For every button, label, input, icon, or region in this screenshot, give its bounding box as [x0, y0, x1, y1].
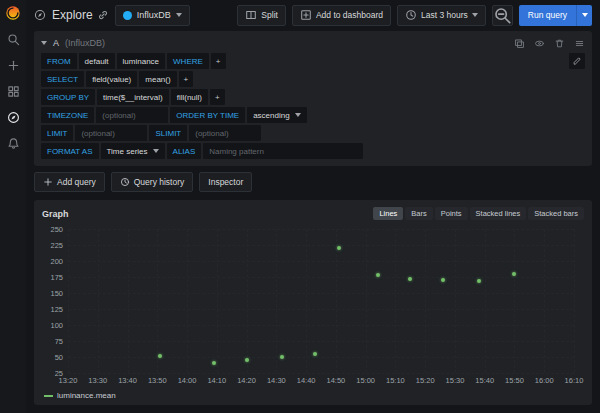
alias-input[interactable] — [203, 143, 363, 159]
data-point[interactable] — [158, 354, 162, 358]
select-add-button[interactable]: + — [179, 71, 194, 87]
inspector-button[interactable]: Inspector — [199, 172, 252, 192]
alerting-bell-icon[interactable] — [5, 135, 21, 151]
gridline-vertical — [157, 229, 158, 373]
add-query-button[interactable]: Add query — [34, 172, 105, 192]
query-ref-id[interactable]: A — [53, 38, 59, 48]
format-as-keyword[interactable]: FORMAT AS — [41, 143, 99, 159]
graph-mode-stacked-bars[interactable]: Stacked bars — [528, 207, 584, 220]
time-range-picker[interactable]: Last 3 hours — [397, 5, 486, 26]
plot-area[interactable]: 13:2013:3013:4013:5014:0014:1014:2014:30… — [68, 229, 574, 373]
alias-keyword[interactable]: ALIAS — [167, 143, 202, 159]
create-plus-icon[interactable] — [5, 57, 21, 73]
format-as-row: FORMAT AS Time series ALIAS — [41, 143, 565, 159]
chevron-down-icon — [472, 13, 478, 17]
data-point[interactable] — [313, 352, 317, 356]
legend-series-swatch — [44, 395, 53, 397]
order-by-time-value: ascending — [253, 111, 289, 120]
data-point[interactable] — [512, 272, 516, 276]
page-title-wrap: Explore — [52, 8, 109, 22]
query-history-label: Query history — [134, 177, 185, 187]
order-by-time-select[interactable]: ascending — [247, 107, 306, 123]
dashboards-grid-icon[interactable] — [5, 83, 21, 99]
run-query-label: Run query — [528, 10, 567, 20]
format-as-select[interactable]: Time series — [101, 143, 165, 159]
collapse-caret-icon[interactable] — [41, 41, 47, 45]
x-tick-label: 13:20 — [59, 376, 78, 385]
data-point[interactable] — [408, 277, 412, 281]
timezone-keyword[interactable]: TIMEZONE — [41, 107, 94, 123]
order-by-time-keyword[interactable]: ORDER BY TIME — [170, 107, 245, 123]
run-query-dropdown[interactable] — [576, 5, 592, 26]
gridline-vertical — [187, 229, 188, 373]
x-tick-label: 15:00 — [356, 376, 375, 385]
data-point[interactable] — [337, 246, 341, 250]
x-tick-label: 15:30 — [446, 376, 465, 385]
disable-query-eye-icon[interactable] — [534, 38, 545, 49]
legend-series-label[interactable]: luminance.mean — [57, 391, 116, 400]
gridline-horizontal — [68, 309, 574, 310]
y-tick-label: 175 — [50, 273, 63, 282]
x-tick-label: 16:10 — [565, 376, 584, 385]
where-add-button[interactable]: + — [211, 53, 226, 69]
graph-mode-stacked-lines[interactable]: Stacked lines — [470, 207, 527, 220]
data-point[interactable] — [245, 358, 249, 362]
clock-icon — [405, 9, 417, 21]
x-tick-label: 14:50 — [326, 376, 345, 385]
graph-mode-lines[interactable]: Lines — [373, 207, 403, 220]
group-by-keyword[interactable]: GROUP BY — [41, 89, 95, 105]
history-clock-icon — [120, 177, 130, 187]
data-point[interactable] — [212, 361, 216, 365]
search-icon[interactable] — [5, 31, 21, 47]
y-tick-label: 75 — [55, 337, 63, 346]
add-to-dashboard-label: Add to dashboard — [316, 10, 383, 20]
limit-keyword[interactable]: LIMIT — [41, 125, 73, 141]
from-keyword[interactable]: FROM — [41, 53, 77, 69]
duplicate-query-icon[interactable] — [514, 38, 525, 49]
select-field-segment[interactable]: field(value) — [86, 71, 137, 87]
graph-mode-points[interactable]: Points — [435, 207, 468, 220]
zoom-out-time-button[interactable] — [492, 5, 513, 26]
gridline-vertical — [68, 229, 69, 373]
toggle-text-edit-pencil-icon[interactable] — [569, 53, 585, 69]
limit-input[interactable] — [75, 125, 147, 141]
group-by-fill-segment[interactable]: fill(null) — [171, 89, 208, 105]
x-tick-label: 14:40 — [297, 376, 316, 385]
add-panel-icon — [300, 9, 312, 21]
group-by-time-segment[interactable]: time($__interval) — [97, 89, 169, 105]
share-link-icon[interactable] — [97, 9, 109, 21]
data-point[interactable] — [477, 279, 481, 283]
split-button[interactable]: Split — [237, 5, 286, 26]
where-keyword[interactable]: WHERE — [167, 53, 209, 69]
gridline-vertical — [276, 229, 277, 373]
slimit-input[interactable] — [189, 125, 261, 141]
gridline-vertical — [485, 229, 486, 373]
x-tick-label: 15:20 — [416, 376, 435, 385]
from-policy-segment[interactable]: default — [79, 53, 115, 69]
query-history-button[interactable]: Query history — [111, 172, 194, 192]
select-keyword[interactable]: SELECT — [41, 71, 84, 87]
add-to-dashboard-button[interactable]: Add to dashboard — [292, 5, 391, 26]
from-measurement-segment[interactable]: luminance — [117, 53, 165, 69]
data-point[interactable] — [441, 278, 445, 282]
drag-handle-icon[interactable] — [574, 38, 585, 49]
delete-query-trash-icon[interactable] — [554, 38, 565, 49]
explore-compass-icon[interactable] — [5, 109, 21, 125]
grafana-logo-icon[interactable] — [5, 5, 21, 21]
select-mean-segment[interactable]: mean() — [139, 71, 176, 87]
plus-icon — [43, 177, 53, 187]
data-point[interactable] — [280, 355, 284, 359]
timezone-input[interactable] — [96, 107, 168, 123]
chevron-down-icon — [582, 13, 588, 17]
x-tick-label: 15:40 — [475, 376, 494, 385]
graph-mode-bars[interactable]: Bars — [405, 207, 432, 220]
datasource-picker[interactable]: InfluxDB — [115, 5, 190, 26]
data-point[interactable] — [376, 273, 380, 277]
run-query-button[interactable]: Run query — [519, 5, 576, 26]
gridline-vertical — [336, 229, 337, 373]
slimit-keyword[interactable]: SLIMIT — [149, 125, 187, 141]
inspector-label: Inspector — [208, 177, 243, 187]
gridline-horizontal — [68, 357, 574, 358]
group-by-add-button[interactable]: + — [210, 89, 225, 105]
y-tick-label: 225 — [50, 241, 63, 250]
